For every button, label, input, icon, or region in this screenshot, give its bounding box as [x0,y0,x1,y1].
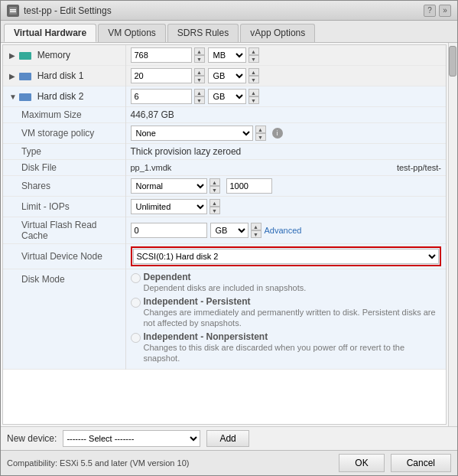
svg-rect-0 [9,7,17,15]
shares-type-select[interactable]: Normal [131,178,207,194]
disk-mode-persistent-desc: Changes are immediately and permanently … [144,308,436,328]
hd2-unit-up-btn[interactable]: ▲ [248,89,259,96]
shares-stepper: ▲ ▼ [210,178,220,194]
limit-iops-up-btn[interactable]: ▲ [210,199,220,207]
vm-storage-policy-select[interactable]: None [131,126,253,141]
vfc-unit-up-btn[interactable]: ▲ [251,223,261,230]
hd2-unit-down-btn[interactable]: ▼ [248,96,259,104]
tab-vm-options[interactable]: VM Options [98,24,166,42]
hd2-label-cell: ▼ Hard disk 2 [3,86,125,107]
hd1-controls: ▲ ▼ GB ▲ ▼ [131,68,442,83]
hd1-stepper: ▲ ▼ [194,68,205,83]
memory-down-btn[interactable]: ▼ [194,55,205,63]
hd2-unit-stepper: ▲ ▼ [248,89,259,104]
cancel-button[interactable]: Cancel [391,454,451,472]
bottom-bar: New device: ------- Select ------- Add [1,426,457,450]
shares-label: Shares [3,176,125,197]
hd2-input[interactable] [131,89,192,104]
table-wrapper: ▶ Memory ▲ ▼ [1,43,457,426]
memory-unit-down-btn[interactable]: ▼ [248,55,259,63]
limit-iops-label: Limit - IOPs [3,197,125,217]
main-window: test-pp - Edit Settings ? » Virtual Hard… [0,0,458,476]
hd2-controls: ▲ ▼ GB ▲ ▼ [131,89,442,104]
hd1-unit-down-btn[interactable]: ▼ [248,76,259,83]
disk-mode-persistent-content: Independent - Persistent Changes are imm… [144,296,442,328]
hd2-down-btn[interactable]: ▼ [194,96,205,104]
disk-mode-dependent: Dependent Dependent disks are included i… [131,272,442,293]
shares-up-btn[interactable]: ▲ [210,178,220,186]
disk-file-layout: pp_1.vmdk test-pp/test- [131,163,442,172]
hardware-table: ▶ Memory ▲ ▼ [3,45,446,370]
shares-value-input[interactable] [226,178,272,194]
type-value: Thick provision lazy zeroed [125,144,446,160]
vm-storage-policy-controls: None ▲ ▼ i [131,126,442,141]
shares-down-btn[interactable]: ▼ [210,186,220,194]
action-buttons: OK Cancel [339,454,451,472]
hd1-unit-stepper: ▲ ▼ [248,68,259,83]
vnode-row: Virtual Device Node SCSI(0:1) Hard disk … [3,244,446,269]
svg-rect-1 [10,9,16,11]
vnode-value-cell: SCSI(0:1) Hard disk 2 [125,244,446,269]
type-row: Type Thick provision lazy zeroed [3,144,446,160]
window-title: test-pp - Edit Settings [24,5,112,16]
compat-text: Compatibility: ESXi 5.5 and later (VM ve… [7,458,189,468]
tab-sdrs-rules[interactable]: SDRS Rules [167,24,239,42]
vfc-input[interactable] [131,223,207,238]
hd2-value-cell: ▲ ▼ GB ▲ ▼ [125,86,446,107]
scrollbar-track[interactable] [448,43,457,426]
memory-unit-stepper: ▲ ▼ [248,47,259,63]
vfc-unit-stepper: ▲ ▼ [251,223,261,238]
vm-storage-policy-up-btn[interactable]: ▲ [255,126,266,133]
disk-mode-nonpersistent-desc: Changes to this disk are discarded when … [144,343,405,363]
disk-mode-nonpersistent-content: Independent - Nonpersistent Changes to t… [144,331,442,364]
vnode-highlight-box: SCSI(0:1) Hard disk 2 [131,246,442,266]
memory-input[interactable] [131,47,192,63]
disk-mode-nonpersistent-radio[interactable] [131,333,141,343]
hd1-unit-up-btn[interactable]: ▲ [248,68,259,76]
new-device-label: New device: [7,433,57,444]
disk-mode-dependent-radio[interactable] [131,273,141,283]
memory-unit-select[interactable]: MB [208,47,246,63]
limit-iops-down-btn[interactable]: ▼ [210,207,220,214]
hd1-expand-icon[interactable]: ▶ [9,72,17,80]
hd1-unit-select[interactable]: GB [208,68,246,83]
hd1-down-btn[interactable]: ▼ [194,76,205,83]
vfc-unit-down-btn[interactable]: ▼ [251,230,261,238]
add-button[interactable]: Add [206,430,248,447]
ok-button[interactable]: OK [339,454,384,472]
scroll-area[interactable]: ▶ Memory ▲ ▼ [2,44,447,425]
hd2-up-btn[interactable]: ▲ [194,89,205,96]
vm-storage-policy-down-btn[interactable]: ▼ [255,133,266,141]
advanced-link[interactable]: Advanced [265,226,302,235]
disk-mode-dependent-desc: Dependent disks are included in snapshot… [144,283,307,292]
limit-iops-select[interactable]: Unlimited [131,199,207,214]
disk-mode-persistent-radio[interactable] [131,298,141,308]
memory-up-btn[interactable]: ▲ [194,47,205,55]
max-size-row: Maximum Size 446,87 GB [3,107,446,123]
vfc-row: Virtual Flash Read Cache GB ▲ ▼ [3,217,446,244]
tab-virtual-hardware[interactable]: Virtual Hardware [4,24,96,42]
hd2-icon [19,93,31,101]
restore-button[interactable]: » [439,5,451,17]
vm-storage-policy-info-icon[interactable]: i [272,128,283,139]
memory-unit-up-btn[interactable]: ▲ [248,47,259,55]
vnode-select[interactable]: SCSI(0:1) Hard disk 2 [133,249,440,264]
hd1-label-cell: ▶ Hard disk 1 [3,66,125,86]
hd1-input[interactable] [131,68,192,83]
titlebar: test-pp - Edit Settings ? » [1,1,457,21]
vfc-unit-select[interactable]: GB [210,223,248,238]
hd2-unit-select[interactable]: GB [208,89,246,104]
hd1-up-btn[interactable]: ▲ [194,68,205,76]
help-button[interactable]: ? [424,5,436,17]
app-icon [7,5,19,17]
hd1-icon [19,73,31,80]
scrollbar-thumb[interactable] [449,46,456,77]
disk-file-value-cell: pp_1.vmdk test-pp/test- [125,160,446,176]
new-device-select[interactable]: ------- Select ------- [63,430,200,447]
limit-iops-stepper: ▲ ▼ [210,199,220,214]
memory-expand-icon[interactable]: ▶ [9,51,17,60]
tab-vapp-options[interactable]: vApp Options [240,24,315,42]
hd2-expand-icon[interactable]: ▼ [9,93,17,101]
hd2-stepper: ▲ ▼ [194,89,205,104]
disk-mode-label: Disk Mode [3,269,125,370]
